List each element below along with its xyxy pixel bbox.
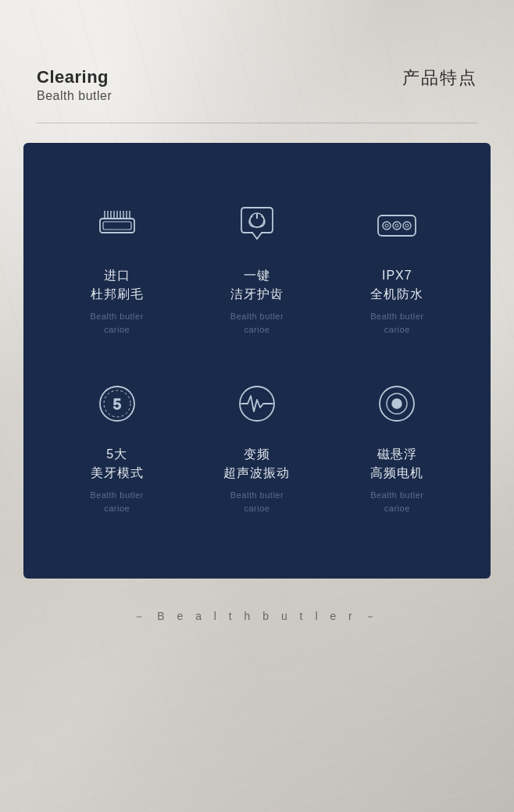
feature-vibration: 变频超声波振动 Bealth butlercarioe	[187, 361, 327, 540]
feature-waterproof-title: IPX7全机防水	[370, 266, 423, 304]
brand-clearing: Clearing	[37, 66, 112, 89]
header-area: Clearing Bealth butler 产品特点	[0, 0, 514, 119]
feature-bristles: 进口杜邦刷毛 Bealth butlercarioe	[47, 182, 187, 361]
feature-modes: 5 5大美牙模式 Bealth butlercarioe	[47, 361, 187, 540]
product-features-label: 产品特点	[402, 66, 477, 90]
svg-rect-13	[378, 215, 416, 236]
svg-rect-10	[103, 222, 131, 230]
svg-point-19	[405, 224, 409, 227]
feature-bristles-title: 进口杜邦刷毛	[91, 266, 144, 304]
ipx7-icon	[369, 198, 424, 252]
feature-motor-subtitle: Bealth butlercarioe	[370, 489, 423, 516]
main-card: 进口杜邦刷毛 Bealth butlercarioe	[23, 143, 491, 579]
feature-vibration-title: 变频超声波振动	[223, 445, 290, 483]
svg-point-16	[403, 222, 411, 230]
brush-icon	[90, 198, 145, 252]
features-grid: 进口杜邦刷毛 Bealth butlercarioe	[47, 182, 467, 540]
wave-icon	[230, 376, 284, 431]
svg-point-14	[383, 222, 391, 230]
svg-rect-0	[100, 219, 134, 233]
power-icon	[230, 198, 284, 252]
header-divider	[37, 123, 477, 123]
svg-point-15	[393, 222, 401, 230]
svg-text:5: 5	[113, 397, 121, 412]
feature-waterproof-subtitle: Bealth butlercarioe	[370, 310, 423, 337]
feature-onekey-subtitle: Bealth butlercarioe	[230, 310, 284, 337]
feature-vibration-subtitle: Bealth butlercarioe	[230, 489, 284, 516]
feature-modes-title: 5大美牙模式	[91, 445, 144, 483]
feature-waterproof: IPX7全机防水 Bealth butlercarioe	[327, 182, 467, 361]
svg-point-18	[395, 224, 398, 227]
footer-text: － B e a l t h b u t l e r －	[0, 579, 514, 647]
svg-point-17	[385, 224, 388, 227]
feature-onekey-title: 一键洁牙护齿	[230, 266, 284, 304]
feature-motor-title: 磁悬浮高频电机	[370, 445, 423, 483]
feature-modes-subtitle: Bealth butlercarioe	[91, 489, 144, 516]
brand-butler: Bealth butler	[37, 89, 112, 103]
motor-icon	[369, 376, 424, 431]
brand-text: Clearing Bealth butler	[37, 66, 112, 103]
feature-bristles-subtitle: Bealth butlercarioe	[91, 310, 144, 337]
page-wrapper: Clearing Bealth butler 产品特点	[0, 0, 514, 812]
svg-point-26	[392, 399, 402, 408]
feature-onekey: 一键洁牙护齿 Bealth butlercarioe	[187, 182, 327, 361]
feature-motor: 磁悬浮高频电机 Bealth butlercarioe	[327, 361, 467, 540]
five-icon: 5	[90, 376, 145, 431]
